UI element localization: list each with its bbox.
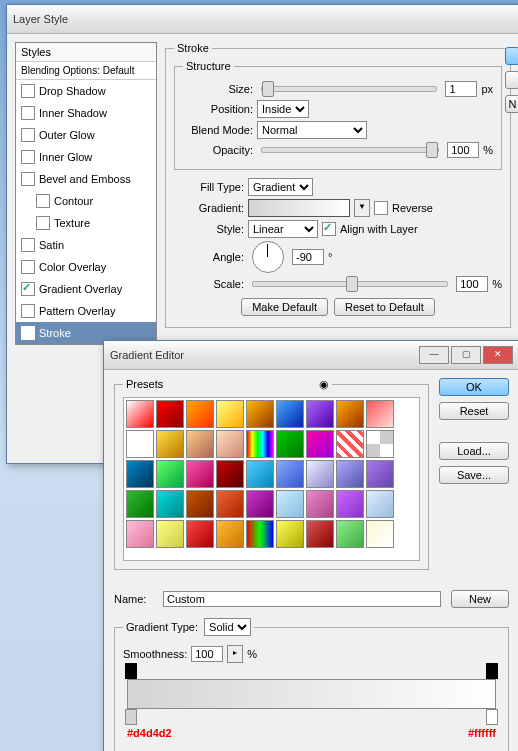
style-item-texture[interactable]: Texture bbox=[16, 212, 156, 234]
preset-swatch[interactable] bbox=[126, 490, 154, 518]
scale-input[interactable] bbox=[456, 276, 488, 292]
preset-swatch[interactable] bbox=[336, 430, 364, 458]
opacity-stop-left[interactable] bbox=[125, 663, 137, 679]
preset-swatch[interactable] bbox=[246, 430, 274, 458]
blend-select[interactable]: Normal bbox=[257, 121, 367, 139]
preset-swatch[interactable] bbox=[156, 460, 184, 488]
preset-swatch[interactable] bbox=[336, 490, 364, 518]
preset-swatch[interactable] bbox=[336, 520, 364, 548]
close-icon[interactable]: ✕ bbox=[483, 346, 513, 364]
preset-swatch[interactable] bbox=[306, 490, 334, 518]
maximize-icon[interactable]: ▢ bbox=[451, 346, 481, 364]
preset-swatch[interactable] bbox=[246, 460, 274, 488]
preset-swatch[interactable] bbox=[366, 430, 394, 458]
ge-save-button[interactable]: Save... bbox=[439, 466, 509, 484]
preset-swatch[interactable] bbox=[216, 460, 244, 488]
style-item-drop-shadow[interactable]: Drop Shadow bbox=[16, 80, 156, 102]
style-item-pattern-overlay[interactable]: Pattern Overlay bbox=[16, 300, 156, 322]
preset-swatch[interactable] bbox=[306, 430, 334, 458]
style-item-inner-shadow[interactable]: Inner Shadow bbox=[16, 102, 156, 124]
gradient-bar[interactable] bbox=[127, 679, 496, 709]
gradient-swatch[interactable] bbox=[248, 199, 350, 217]
style-checkbox[interactable] bbox=[36, 216, 50, 230]
opacity-slider[interactable] bbox=[261, 147, 439, 153]
opacity-input[interactable] bbox=[447, 142, 479, 158]
preset-swatch[interactable] bbox=[306, 400, 334, 428]
align-checkbox[interactable] bbox=[322, 222, 336, 236]
gradient-dropdown-icon[interactable]: ▼ bbox=[354, 199, 370, 217]
style-checkbox[interactable] bbox=[21, 106, 35, 120]
preset-swatch[interactable] bbox=[336, 400, 364, 428]
style-checkbox[interactable] bbox=[21, 238, 35, 252]
size-slider[interactable] bbox=[261, 86, 437, 92]
preset-swatch[interactable] bbox=[246, 400, 274, 428]
preset-swatch[interactable] bbox=[126, 400, 154, 428]
ge-titlebar[interactable]: Gradient Editor — ▢ ✕ bbox=[104, 341, 518, 370]
ge-reset-button[interactable]: Reset bbox=[439, 402, 509, 420]
make-default-button[interactable]: Make Default bbox=[241, 298, 328, 316]
preset-swatch[interactable] bbox=[366, 460, 394, 488]
preset-swatch[interactable] bbox=[276, 430, 304, 458]
blending-options[interactable]: Blending Options: Default bbox=[16, 62, 156, 80]
smooth-dropdown-icon[interactable]: ▸ bbox=[227, 645, 243, 663]
style-item-outer-glow[interactable]: Outer Glow bbox=[16, 124, 156, 146]
preset-swatch[interactable] bbox=[246, 520, 274, 548]
reverse-checkbox[interactable] bbox=[374, 201, 388, 215]
reset-default-button[interactable]: Reset to Default bbox=[334, 298, 435, 316]
preset-swatch[interactable] bbox=[216, 430, 244, 458]
preset-swatch[interactable] bbox=[336, 460, 364, 488]
preset-swatch[interactable] bbox=[126, 520, 154, 548]
ge-load-button[interactable]: Load... bbox=[439, 442, 509, 460]
minimize-icon[interactable]: — bbox=[419, 346, 449, 364]
preset-swatch[interactable] bbox=[186, 430, 214, 458]
preset-swatch[interactable] bbox=[276, 490, 304, 518]
preset-swatch[interactable] bbox=[276, 460, 304, 488]
style-item-color-overlay[interactable]: Color Overlay bbox=[16, 256, 156, 278]
opacity-stop-right[interactable] bbox=[486, 663, 498, 679]
style-item-satin[interactable]: Satin bbox=[16, 234, 156, 256]
preset-swatch[interactable] bbox=[186, 460, 214, 488]
ls-cancel-button[interactable] bbox=[505, 71, 518, 89]
styles-header[interactable]: Styles bbox=[16, 43, 156, 62]
preset-swatch[interactable] bbox=[366, 400, 394, 428]
preset-swatch[interactable] bbox=[126, 430, 154, 458]
ge-new-button[interactable]: New bbox=[451, 590, 509, 608]
angle-dial[interactable] bbox=[252, 241, 284, 273]
style-checkbox[interactable] bbox=[21, 282, 35, 296]
preset-swatch[interactable] bbox=[156, 400, 184, 428]
style-checkbox[interactable] bbox=[21, 172, 35, 186]
color-stop-right[interactable] bbox=[486, 709, 498, 725]
presets-grid[interactable] bbox=[123, 397, 420, 561]
color-stop-left[interactable] bbox=[125, 709, 137, 725]
gradtype-select[interactable]: Solid bbox=[204, 618, 251, 636]
preset-swatch[interactable] bbox=[186, 520, 214, 548]
preset-swatch[interactable] bbox=[216, 490, 244, 518]
preset-swatch[interactable] bbox=[186, 400, 214, 428]
preset-swatch[interactable] bbox=[366, 520, 394, 548]
filltype-select[interactable]: Gradient bbox=[248, 178, 313, 196]
preset-swatch[interactable] bbox=[186, 490, 214, 518]
style-item-inner-glow[interactable]: Inner Glow bbox=[16, 146, 156, 168]
smooth-input[interactable] bbox=[191, 646, 223, 662]
preset-swatch[interactable] bbox=[306, 460, 334, 488]
style-checkbox[interactable] bbox=[21, 304, 35, 318]
style-select[interactable]: Linear bbox=[248, 220, 318, 238]
position-select[interactable]: Inside bbox=[257, 100, 309, 118]
style-item-gradient-overlay[interactable]: Gradient Overlay bbox=[16, 278, 156, 300]
ls-ok-button[interactable] bbox=[505, 47, 518, 65]
preset-swatch[interactable] bbox=[156, 430, 184, 458]
style-checkbox[interactable] bbox=[21, 150, 35, 164]
ls-new-style-button[interactable]: N bbox=[505, 95, 518, 113]
style-item-contour[interactable]: Contour bbox=[16, 190, 156, 212]
preset-swatch[interactable] bbox=[156, 490, 184, 518]
ge-ok-button[interactable]: OK bbox=[439, 378, 509, 396]
style-checkbox[interactable] bbox=[36, 194, 50, 208]
preset-swatch[interactable] bbox=[126, 460, 154, 488]
style-checkbox[interactable] bbox=[21, 84, 35, 98]
preset-swatch[interactable] bbox=[276, 400, 304, 428]
presets-menu-icon[interactable]: ◉ bbox=[319, 378, 329, 390]
name-input[interactable] bbox=[163, 591, 441, 607]
style-checkbox[interactable] bbox=[21, 128, 35, 142]
angle-input[interactable] bbox=[292, 249, 324, 265]
scale-slider[interactable] bbox=[252, 281, 448, 287]
